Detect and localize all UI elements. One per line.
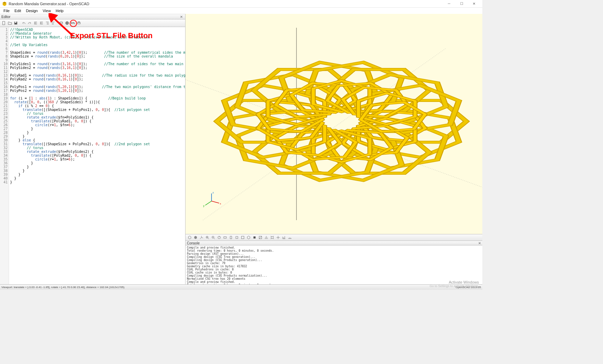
- svg-rect-20: [241, 236, 244, 239]
- animate-icon[interactable]: [281, 235, 287, 241]
- svg-rect-21: [253, 236, 256, 239]
- indent2-icon[interactable]: [50, 20, 56, 26]
- svg-line-10: [205, 201, 212, 205]
- menu-design[interactable]: Design: [24, 8, 40, 13]
- editor-panel-header: Editor ✕: [0, 14, 185, 19]
- render-icon[interactable]: [64, 20, 70, 26]
- outdent2-icon[interactable]: [44, 20, 50, 26]
- 3d-viewport[interactable]: z y x: [186, 14, 482, 234]
- ortho-icon[interactable]: [269, 235, 275, 241]
- svg-rect-3: [77, 23, 80, 24]
- svg-point-16: [218, 236, 221, 239]
- axes-icon[interactable]: [198, 235, 204, 241]
- console-panel: Console✕ Compile and preview finished.To…: [186, 241, 482, 284]
- titlebar: Random Mandala Generator.scad - OpenSCAD…: [0, 0, 482, 8]
- close-button[interactable]: ✕: [468, 0, 480, 7]
- view-left-icon[interactable]: [240, 235, 245, 241]
- view-top-icon[interactable]: [228, 235, 234, 241]
- svg-text:z: z: [213, 191, 214, 194]
- unindent-icon[interactable]: [33, 20, 38, 26]
- view-back-icon[interactable]: [251, 235, 257, 241]
- app-icon: [2, 1, 7, 6]
- svg-text:x: x: [220, 202, 221, 205]
- svg-line-12: [212, 201, 219, 203]
- editor-close-icon[interactable]: ✕: [179, 15, 184, 19]
- status-right: OpenSCAD 2019.05: [456, 286, 481, 289]
- svg-rect-4: [78, 21, 80, 22]
- menu-file[interactable]: File: [1, 8, 12, 13]
- window-title: Random Mandala Generator.scad - OpenSCAD: [9, 2, 443, 6]
- perspective-icon[interactable]: [263, 235, 269, 241]
- maximize-button[interactable]: ☐: [455, 0, 468, 7]
- scalebar-icon[interactable]: [287, 235, 293, 241]
- undo-icon[interactable]: [21, 20, 27, 26]
- svg-rect-2: [15, 21, 16, 23]
- new-icon[interactable]: [1, 20, 7, 26]
- indent-icon[interactable]: [38, 20, 44, 26]
- status-left: Viewport: translate = [-3.03 -0.41 -1.85…: [1, 286, 124, 289]
- preview-icon[interactable]: [58, 20, 64, 26]
- console-title: Console: [187, 241, 200, 245]
- svg-rect-18: [230, 236, 232, 239]
- zoom-in-icon[interactable]: [204, 235, 210, 241]
- svg-rect-19: [236, 236, 238, 239]
- editor-title: Editor: [1, 15, 10, 19]
- redo-icon[interactable]: [27, 20, 33, 26]
- save-icon[interactable]: [13, 20, 19, 26]
- menu-view[interactable]: View: [41, 8, 53, 13]
- cube-preview-icon[interactable]: [187, 235, 192, 241]
- crosshair-icon[interactable]: [275, 235, 281, 241]
- zoom-out-icon[interactable]: [210, 235, 216, 241]
- code-editor[interactable]: 1234567891011121314151617181920212223242…: [0, 27, 185, 284]
- minimize-button[interactable]: ─: [443, 0, 455, 7]
- reset-view-icon[interactable]: [216, 235, 222, 241]
- editor-toolbar: STL: [0, 19, 185, 27]
- statusbar: Viewport: translate = [-3.03 -0.41 -1.85…: [0, 284, 482, 290]
- console-close-icon[interactable]: ✕: [478, 241, 481, 245]
- svg-rect-0: [2, 21, 5, 25]
- view-diag-icon[interactable]: [257, 235, 263, 241]
- export-stl-button[interactable]: STL: [70, 20, 76, 26]
- view-toolbar: [186, 234, 482, 241]
- menu-edit[interactable]: Edit: [12, 8, 23, 13]
- cube-render-icon[interactable]: [192, 235, 198, 241]
- print-icon[interactable]: [76, 20, 82, 26]
- svg-rect-17: [224, 237, 226, 239]
- svg-text:y: y: [203, 205, 205, 207]
- view-bottom-icon[interactable]: [234, 235, 240, 241]
- open-icon[interactable]: [7, 20, 13, 26]
- menubar: File Edit Design View Help: [0, 8, 482, 14]
- view-front-icon[interactable]: [245, 235, 251, 241]
- view-right-icon[interactable]: [222, 235, 228, 241]
- console-output[interactable]: Compile and preview finished.Total rende…: [186, 245, 482, 284]
- menu-help[interactable]: Help: [54, 8, 66, 13]
